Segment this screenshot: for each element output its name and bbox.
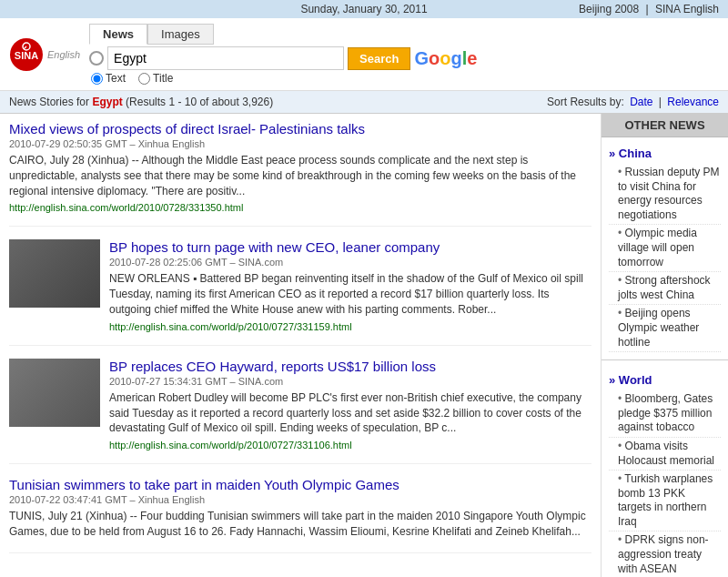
news-meta: 2010-07-28 02:25:06 GMT – SINA.com xyxy=(109,257,592,268)
tabs-row: News Images xyxy=(89,24,719,45)
tab-news[interactable]: News xyxy=(89,24,147,45)
news-body: American Robert Dudley will become BP PL… xyxy=(109,390,592,436)
sidebar-china-label: » China xyxy=(609,147,721,160)
svg-text:SINA: SINA xyxy=(15,50,38,61)
sidebar-link[interactable]: DPRK signs non-aggression treaty with AS… xyxy=(609,531,721,577)
section-divider xyxy=(602,359,728,360)
news-url: http://english.sina.com/world/2010/0728/… xyxy=(9,202,592,213)
sidebar-link[interactable]: Olympic media village will open tomorrow xyxy=(609,225,721,272)
sort-links: Sort Results by: Date | Relevance xyxy=(544,96,719,108)
radio-text[interactable]: Text xyxy=(91,72,126,85)
news-meta: 2010-07-29 02:50:35 GMT – Xinhua English xyxy=(9,138,592,149)
sort-pipe: | xyxy=(659,96,664,108)
news-title-link[interactable]: BP hopes to turn page with new CEO, lean… xyxy=(109,239,440,255)
news-title-link[interactable]: Tunisian swimmers to take part in maiden… xyxy=(9,477,399,492)
results-info: News Stories for Egypt (Results 1 - 10 o… xyxy=(9,96,273,108)
radio-row: Text Title xyxy=(91,72,719,85)
news-body: TUNIS, July 21 (Xinhua) -- Four budding … xyxy=(9,509,592,540)
news-item-with-image: BP hopes to turn page with new CEO, lean… xyxy=(9,239,592,331)
news-item: Mixed views of prospects of direct Israe… xyxy=(9,121,592,227)
news-meta: 2010-07-27 15:34:31 GMT – SINA.com xyxy=(109,376,592,387)
news-item-with-image: BP replaces CEO Hayward, reports US$17 b… xyxy=(9,359,592,450)
radio-title[interactable]: Title xyxy=(138,72,173,85)
search-button[interactable]: Search xyxy=(348,47,410,70)
top-right-links: Beijing 2008 | SINA English xyxy=(579,3,719,15)
news-url: http://english.sina.com/world/p/2010/072… xyxy=(109,321,592,332)
news-text-block: BP hopes to turn page with new CEO, lean… xyxy=(109,239,592,331)
news-body: NEW ORLEANS ▪ Battered BP began reinvent… xyxy=(109,271,592,317)
date-label: Sunday, January 30, 2011 xyxy=(300,3,427,15)
news-text-block: BP replaces CEO Hayward, reports US$17 b… xyxy=(109,359,592,450)
results-query: Egypt xyxy=(92,96,122,108)
news-title-link[interactable]: BP replaces CEO Hayward, reports US$17 b… xyxy=(109,359,436,374)
sidebar-link[interactable]: Russian deputy PM to visit China for ene… xyxy=(609,164,721,225)
news-meta: 2010-07-22 03:47:41 GMT – Xinhua English xyxy=(9,494,592,505)
search-circle-icon xyxy=(89,51,104,66)
sort-relevance-link[interactable]: Relevance xyxy=(667,96,719,108)
google-logo: Google xyxy=(414,48,477,69)
other-news-title: OTHER NEWS xyxy=(602,114,728,137)
news-thumbnail xyxy=(9,359,100,427)
beijing-link[interactable]: Beijing 2008 xyxy=(579,3,639,15)
content-area: Mixed views of prospects of direct Israe… xyxy=(0,114,601,577)
sidebar-china-section: » China Russian deputy PM to visit China… xyxy=(602,137,728,356)
logo: SINA English xyxy=(9,37,80,72)
sort-label: Sort Results by: xyxy=(547,96,624,108)
sidebar: OTHER NEWS » China Russian deputy PM to … xyxy=(601,114,728,577)
tab-images[interactable]: Images xyxy=(147,24,214,45)
sort-date-link[interactable]: Date xyxy=(630,96,652,108)
sidebar-world-section: » World Bloomberg, Gates pledge $375 mil… xyxy=(602,364,728,577)
sidebar-link[interactable]: Turkish warplanes bomb 13 PKK targets in… xyxy=(609,471,721,531)
search-input[interactable] xyxy=(107,46,344,70)
news-item: BP replaces CEO Hayward, reports US$17 b… xyxy=(9,359,592,464)
sidebar-world-label: » World xyxy=(609,373,721,387)
thumbnail-image xyxy=(9,239,100,308)
sidebar-link[interactable]: Beijing opens Olympic weather hotline xyxy=(609,305,721,352)
news-thumbnail xyxy=(9,239,100,308)
search-area: News Images Search Google Text Title xyxy=(89,24,719,85)
sidebar-link[interactable]: Strong aftershock jolts west China xyxy=(609,272,721,305)
sidebar-link[interactable]: Bloomberg, Gates pledge $375 million aga… xyxy=(609,390,721,438)
results-prefix: News Stories for xyxy=(9,96,89,108)
news-url: http://english.sina.com/world/p/2010/072… xyxy=(109,440,592,450)
sina-logo-icon: SINA xyxy=(9,37,44,72)
news-body: CAIRO, July 28 (Xinhua) -- Although the … xyxy=(9,153,592,198)
results-bar: News Stories for Egypt (Results 1 - 10 o… xyxy=(0,91,728,114)
sidebar-link[interactable]: Obama visits Holocaust memorial xyxy=(609,438,721,471)
link-separator: | xyxy=(645,3,648,15)
sina-link[interactable]: SINA English xyxy=(655,3,719,15)
main-layout: Mixed views of prospects of direct Israe… xyxy=(0,114,728,577)
top-bar: Sunday, January 30, 2011 Beijing 2008 | … xyxy=(0,0,728,18)
results-count: (Results 1 - 10 of about 3,926) xyxy=(126,96,273,108)
search-row: Search Google xyxy=(89,46,719,70)
logo-english-label: English xyxy=(47,49,80,60)
news-item: BP hopes to turn page with new CEO, lean… xyxy=(9,239,592,345)
header: SINA English News Images Search Google T… xyxy=(0,18,728,91)
news-title-link[interactable]: Mixed views of prospects of direct Israe… xyxy=(9,121,365,137)
thumbnail-image xyxy=(9,359,100,427)
news-item: Tunisian swimmers to take part in maiden… xyxy=(9,477,592,553)
